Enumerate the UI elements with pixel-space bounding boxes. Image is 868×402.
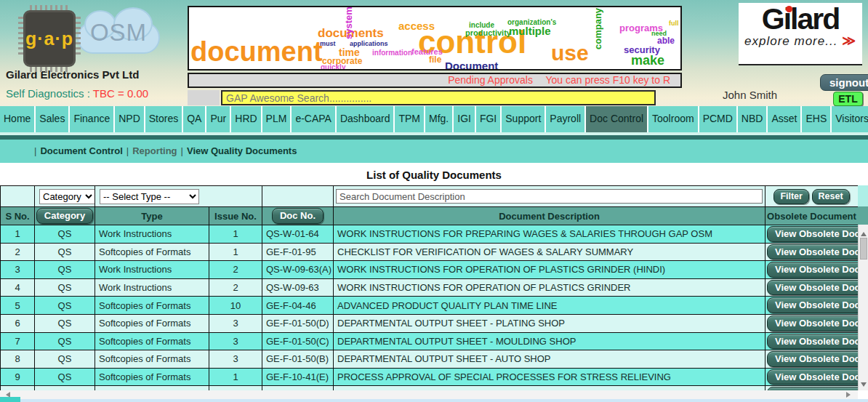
marquee-f10-hint: You can press F10 key to R bbox=[546, 74, 670, 86]
doc-no-sort-button[interactable]: Doc No. bbox=[272, 208, 324, 224]
nav-item[interactable]: Toolroom bbox=[648, 106, 699, 132]
breadcrumb-item[interactable]: |Reporting bbox=[123, 145, 177, 156]
cell-type: Softcopies of Formats bbox=[95, 243, 209, 261]
view-obsolete-doc-button[interactable]: View Obsolete Doc bbox=[767, 334, 858, 350]
cell-type: Work Instructions bbox=[95, 225, 209, 244]
marquee-bar: Pending Approvals You can press F10 key … bbox=[188, 73, 682, 88]
nav-item[interactable]: Support bbox=[502, 106, 546, 132]
view-obsolete-doc-button[interactable]: View Obsolete Doc bbox=[767, 351, 858, 367]
nav-item[interactable]: NBD bbox=[738, 106, 768, 132]
cell-issue-no: 3 bbox=[209, 314, 262, 332]
diagnostics-value: TBC = 0.00 bbox=[93, 87, 148, 100]
nav-item[interactable]: Visitors bbox=[832, 106, 868, 132]
signout-button[interactable]: signout bbox=[820, 74, 868, 91]
vertical-scrollbar[interactable] bbox=[858, 225, 868, 390]
table-row: 8 QS Softcopies of Formats 3 GE-F-01-50(… bbox=[1, 350, 859, 369]
nav-item[interactable]: NPD bbox=[115, 106, 145, 132]
cell-action: View Obsolete Doc bbox=[765, 261, 859, 279]
breadcrumb-separator: | bbox=[181, 145, 183, 156]
cell-type: Work Instructions bbox=[95, 261, 209, 279]
cell-action: View Obsolete Doc bbox=[765, 350, 859, 369]
filter-button[interactable]: Filter bbox=[773, 189, 809, 204]
type-select[interactable]: -- Select Type -- bbox=[100, 189, 199, 204]
breadcrumb-separator: | bbox=[34, 145, 36, 156]
view-obsolete-doc-button[interactable]: View Obsolete Doc bbox=[767, 262, 858, 278]
cloud-word: document bbox=[190, 38, 323, 65]
category-sort-button[interactable]: Category bbox=[36, 208, 93, 224]
cell-type: Softcopies of Formats bbox=[95, 350, 209, 369]
cell-issue-no: 2 bbox=[209, 278, 262, 297]
cell-category: QS bbox=[35, 350, 95, 369]
chip-pins-icon bbox=[76, 17, 81, 56]
nav-item[interactable]: TPM bbox=[395, 106, 425, 132]
view-obsolete-doc-button[interactable]: View Obsolete Doc bbox=[767, 226, 858, 242]
view-obsolete-doc-button[interactable]: View Obsolete Doc bbox=[767, 280, 858, 296]
category-select[interactable]: Category bbox=[39, 189, 95, 204]
table-row: 9 QS Softcopies of Formats 1 GE-F-10-41(… bbox=[1, 368, 859, 386]
table-row: 2 QS Softcopies of Formats 1 GE-F-01-95 … bbox=[1, 243, 859, 261]
nav-item[interactable]: Finance bbox=[70, 106, 115, 132]
cell-action: View Obsolete Doc bbox=[765, 332, 859, 350]
table-row: 4 QS Work Instructions 2 QS-W-09-63 WORK… bbox=[1, 278, 859, 297]
cell-sno: 1 bbox=[1, 225, 35, 244]
reset-button[interactable]: Reset bbox=[812, 189, 850, 204]
table-row: 6 QS Softcopies of Formats 3 GE-F-01-50(… bbox=[1, 314, 859, 332]
breadcrumb-label[interactable]: Document Control bbox=[40, 145, 122, 156]
nav-item[interactable]: Pur bbox=[206, 106, 231, 132]
breadcrumb-label[interactable]: View Quality Documents bbox=[187, 145, 297, 156]
breadcrumb: |Document Control|Reporting|View Quality… bbox=[0, 140, 868, 163]
view-obsolete-doc-button[interactable]: View Obsolete Doc bbox=[767, 244, 858, 260]
breadcrumb-item[interactable]: |View Quality Documents bbox=[177, 145, 297, 156]
nav-item[interactable]: QA bbox=[183, 106, 206, 132]
scroll-right-icon[interactable] bbox=[843, 391, 852, 398]
vertical-scrollbar-thumb[interactable] bbox=[860, 238, 867, 260]
nav-item[interactable]: Doc Control bbox=[586, 106, 648, 132]
nav-item[interactable]: IGI bbox=[454, 106, 476, 132]
breadcrumb-label[interactable]: Reporting bbox=[132, 145, 177, 156]
scroll-up-icon[interactable] bbox=[859, 226, 868, 236]
gilard-tagline-text: explore more... bbox=[744, 34, 837, 48]
view-obsolete-doc-button[interactable]: View Obsolete Doc bbox=[767, 315, 858, 331]
nav-item[interactable]: PLM bbox=[262, 106, 292, 132]
nav-item[interactable]: EHS bbox=[802, 106, 832, 132]
table-row: 3 QS Work Instructions 2 QS-W-09-63(A) W… bbox=[1, 261, 859, 279]
description-search-input[interactable] bbox=[336, 189, 763, 204]
nav-item[interactable]: Sales bbox=[36, 106, 70, 132]
gap-logo-text: g·a·p bbox=[25, 28, 73, 49]
horizontal-scrollbar[interactable] bbox=[0, 390, 858, 399]
cloud-word: access bbox=[398, 20, 435, 31]
view-obsolete-doc-button[interactable]: View Obsolete Doc bbox=[767, 369, 858, 385]
chip-pins-icon bbox=[30, 5, 69, 10]
cell-description: WORK INSTRUCTIONS FOR PREPARING WAGES & … bbox=[334, 225, 765, 244]
nav-item[interactable]: PCMD bbox=[699, 106, 738, 132]
etl-button[interactable]: ETL bbox=[833, 92, 863, 106]
nav-item[interactable]: Asset bbox=[768, 106, 802, 132]
nav-item[interactable]: Home bbox=[0, 106, 36, 132]
cell-description: WORK INSTRUCTIONS FOR OPERATION OF PLAST… bbox=[334, 278, 765, 297]
nav-item[interactable]: Mfg. bbox=[425, 106, 454, 132]
gap-awesome-search-input[interactable] bbox=[221, 90, 656, 105]
cloud-word: system bbox=[344, 7, 353, 39]
view-obsolete-doc-button[interactable]: View Obsolete Doc bbox=[767, 297, 858, 313]
nav-item[interactable]: FGI bbox=[476, 106, 502, 132]
nav-item[interactable]: Stores bbox=[145, 106, 183, 132]
main-nav: HomeSalesFinanceNPDStoresQAPurHRDPLMe-CA… bbox=[0, 106, 868, 132]
page-title: List of Quality Documents bbox=[0, 163, 868, 185]
cell-action: View Obsolete Doc bbox=[765, 243, 859, 261]
gap-chip-logo: g·a·p bbox=[23, 10, 76, 67]
cell-issue-no: 3 bbox=[209, 332, 262, 350]
scroll-down-icon[interactable] bbox=[859, 379, 868, 389]
breadcrumb-item[interactable]: |Document Control bbox=[31, 145, 123, 156]
cell-sno: 2 bbox=[1, 243, 35, 261]
nav-item[interactable]: HRD bbox=[231, 106, 262, 132]
cloud-word: make bbox=[631, 54, 664, 67]
nav-item[interactable]: Payroll bbox=[546, 106, 586, 132]
gilard-red-dot-icon bbox=[786, 6, 792, 12]
gilard-logo-text: Gilard bbox=[762, 3, 839, 36]
table-row: 5 QS Softcopies of Formats 10 GE-F-04-46… bbox=[1, 297, 859, 315]
nav-item[interactable]: Dashboard bbox=[337, 106, 395, 132]
cell-sno: 5 bbox=[1, 297, 35, 315]
cell-issue-no: 10 bbox=[209, 297, 262, 315]
breadcrumb-separator: | bbox=[126, 145, 129, 156]
nav-item[interactable]: e-CAPA bbox=[292, 106, 337, 132]
